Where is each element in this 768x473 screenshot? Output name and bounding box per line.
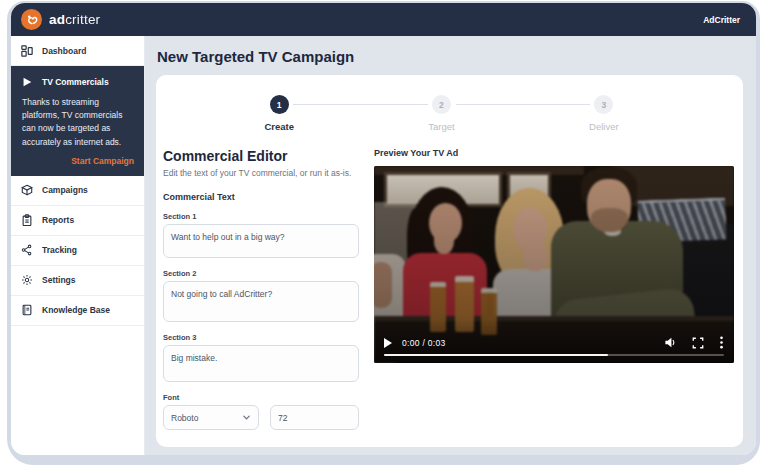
sidebar-item-label: Reports [42, 215, 74, 225]
promo-text: Thanks to streaming platforms, TV commer… [21, 94, 134, 153]
account-name[interactable]: AdCritter [703, 15, 740, 25]
seek-progress [384, 354, 608, 357]
section1-label: Section 1 [163, 212, 359, 221]
step-deliver[interactable]: 3 Deliver [523, 95, 685, 132]
video-time: 0:00 / 0:03 [402, 338, 445, 348]
step-label: Target [428, 121, 454, 132]
section3-textarea[interactable]: Big mistake. [163, 345, 359, 382]
start-campaign-link[interactable]: Start Campaign [21, 153, 134, 166]
play-icon [21, 76, 33, 88]
section2-textarea[interactable]: Not going to call AdCritter? [163, 281, 359, 322]
play-button[interactable] [384, 338, 392, 348]
editor-subtitle: Edit the text of your TV commercial, or … [163, 168, 359, 178]
editor-title: Commercial Editor [163, 148, 359, 164]
tracking-share-icon [21, 244, 33, 256]
logo-wordmark: adcritter [49, 12, 100, 27]
top-bar: adcritter AdCritter [11, 3, 756, 36]
page-title: New Targeted TV Campaign [157, 48, 743, 65]
ad-preview: Preview Your TV Ad [374, 148, 731, 447]
step-create[interactable]: 1 Create [198, 95, 360, 132]
section3-label: Section 3 [163, 333, 359, 342]
sidebar-item-label: Campaigns [42, 185, 88, 195]
step-number: 1 [270, 95, 289, 114]
video-player[interactable]: 0:00 / 0:03 [374, 166, 734, 363]
sidebar-item-dashboard[interactable]: Dashboard [11, 36, 144, 66]
step-number: 3 [594, 95, 613, 114]
sidebar-item-label: TV Commercials [42, 77, 109, 87]
video-controls: 0:00 / 0:03 [374, 319, 734, 363]
settings-gear-icon [21, 274, 33, 286]
step-target[interactable]: 2 Target [360, 95, 522, 132]
font-label: Font [163, 393, 359, 402]
logo-ad: ad [49, 12, 65, 27]
font-size-input[interactable] [270, 405, 359, 430]
sidebar-item-campaigns[interactable]: Campaigns [11, 176, 144, 206]
sidebar-item-label: Settings [42, 275, 76, 285]
knowledge-base-book-icon [21, 304, 33, 316]
step-label: Create [264, 121, 294, 132]
squirrel-logo-icon [21, 9, 42, 30]
wizard-stepper: 1 Create 2 Target 3 Deliver [156, 75, 743, 132]
reports-clipboard-icon [21, 214, 33, 226]
preview-label: Preview Your TV Ad [374, 148, 731, 158]
seek-bar[interactable] [384, 354, 724, 357]
content-card: 1 Create 2 Target 3 Deliver Comm [156, 75, 743, 447]
logo-critter: critter [65, 12, 100, 27]
chevron-down-icon [242, 413, 251, 422]
commercial-text-label: Commercial Text [163, 192, 359, 202]
step-label: Deliver [589, 121, 619, 132]
font-family-value: Roboto [171, 413, 242, 423]
sidebar-item-label: Tracking [42, 245, 77, 255]
sidebar-item-label: Dashboard [42, 46, 86, 56]
volume-icon[interactable] [664, 336, 677, 349]
sidebar-item-tracking[interactable]: Tracking [11, 236, 144, 266]
adcritter-logo: adcritter [21, 9, 100, 30]
sidebar-item-reports[interactable]: Reports [11, 206, 144, 236]
main-area: New Targeted TV Campaign 1 Create 2 Targ… [145, 36, 756, 455]
sidebar-item-label: Knowledge Base [42, 305, 110, 315]
sidebar-item-settings[interactable]: Settings [11, 266, 144, 296]
app-window: adcritter AdCritter Dashboard TV Commerc… [11, 3, 756, 455]
step-number: 2 [432, 95, 451, 114]
sidebar-item-knowledge-base[interactable]: Knowledge Base [11, 296, 144, 326]
sidebar-item-tv-commercials[interactable]: TV Commercials Thanks to streaming platf… [11, 66, 144, 176]
fullscreen-icon[interactable] [692, 337, 704, 349]
campaigns-cube-icon [21, 184, 33, 196]
dashboard-icon [21, 45, 33, 57]
font-family-select[interactable]: Roboto [163, 405, 259, 430]
sidebar: Dashboard TV Commercials Thanks to strea… [11, 36, 145, 455]
section1-textarea[interactable]: Want to help out in a big way? [163, 224, 359, 258]
section2-label: Section 2 [163, 269, 359, 278]
commercial-editor: Commercial Editor Edit the text of your … [163, 148, 359, 447]
more-options-icon[interactable] [719, 336, 724, 349]
